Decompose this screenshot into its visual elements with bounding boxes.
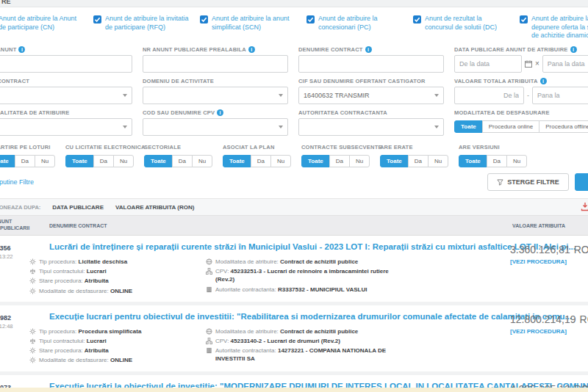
toggle-procedura-online[interactable]: Procedura online [482,120,539,133]
checkbox-atribuire-cn[interactable]: Anunt de atribuire la Anunt de participa… [0,15,93,40]
filter-label: IMPARTIRE PE LOTURI [0,144,51,150]
vezi-procedura-link[interactable]: [VEZI PROCEDURA] [510,328,588,335]
info-icon[interactable] [217,109,223,116]
clear-date-icon[interactable]: × [535,60,539,68]
building-icon [206,286,212,293]
less-filters-link[interactable]: Mai putine Filtre [0,178,34,186]
toggle-nu[interactable]: Nu [192,155,212,167]
toggle-da[interactable]: Da [172,155,193,167]
toggle-toate[interactable]: Toate [459,155,487,167]
cod-cpv-select[interactable] [143,118,288,136]
checkbox-atribuire-rfq[interactable]: Anunt de atribuire la invitatia de parti… [93,15,200,40]
toggle-toate[interactable]: Toate [223,155,251,167]
domeniu-activitate-select[interactable] [143,87,288,104]
toggle-contracte-subsecvente: CONTRACTE SUBSECVENTE ToateDaNu [301,144,380,167]
sort-option-data-publicare[interactable]: DATA PUBLICARE [52,204,104,211]
checkbox-rezultat-dc[interactable]: Anunt de rezultat la concursul de soluti… [413,15,520,40]
detail-label: CPV: [215,268,229,275]
scale-icon [29,268,36,275]
toggle-toate[interactable]: Toate [454,120,483,133]
gear-icon [29,357,36,363]
toggle-da[interactable]: Da [15,155,35,167]
detail-value: ONLINE [110,288,132,294]
toggle-licitatie-electronica: CU LICITATIE ELECTRONICA ToateDaNu [65,144,144,167]
detail-label: Tipul contractului: [39,268,85,275]
contract-title-link[interactable]: Execuție lucrari pentru obiectivul de in… [49,312,588,321]
toggle-da[interactable]: Da [329,155,350,167]
toggle-nu[interactable]: Nu [113,155,134,167]
toggle-toate[interactable]: Toate [144,155,173,167]
checkbox-checked-icon[interactable] [306,15,315,23]
column-header-denumire-contract: DENUMIRE CONTRACT [49,223,107,228]
info-icon[interactable] [540,78,547,84]
detail-value: R3337532 - MUNICIPIUL VASLUI [278,286,368,293]
filter-label: NR ANUNT [0,46,16,53]
detail-value: Contract de achizitii publice [280,328,358,335]
top-header-bar: RE [0,0,588,7]
filter-label: ASOCIAT LA PLAN [223,144,275,150]
detail-label: CPV: [215,338,229,344]
nr-anunt-publicare-input[interactable] [143,55,288,73]
date-from-input[interactable] [454,55,522,73]
contract-title-link[interactable]: Lucrări de întreținere și reparații cure… [49,242,588,251]
checkbox-checked-icon[interactable] [520,15,528,23]
valoare-from-input[interactable] [454,87,524,104]
info-icon[interactable] [18,46,25,53]
toggle-toate[interactable]: Toate [65,155,94,167]
checkbox-atribuire-pc[interactable]: Anunt de atribuire la concesionari (PC) [306,15,413,40]
toggle-toate[interactable]: Toate [301,155,330,167]
detail-value: Licitatie deschisa [79,258,128,265]
checkbox-label: Anunt de atribuire la concesionari (PC) [318,15,403,32]
toggle-nu[interactable]: Nu [35,155,55,167]
filter-nr-anunt: NR ANUNT [0,46,143,73]
detail-value: Atribuita [85,347,109,354]
toggle-da[interactable]: Da [408,155,429,167]
currency-label: RON [574,244,588,255]
cif-ofertant-select[interactable]: 16400632 TRANSMIR [298,87,444,104]
filter-domeniu-activitate: DOMENIU DE ACTIVITATE [143,78,298,104]
modalitatea-atribuire-select[interactable] [0,118,132,136]
sort-option-valoare[interactable]: VALOARE ATRIBUITA (RON) [115,204,194,211]
apply-filters-button[interactable]: FILTREAZA [575,173,588,191]
checkbox-checked-icon[interactable] [413,15,421,23]
denumire-contract-input[interactable] [298,55,444,73]
column-header-nr-anunt: NR ANUNT [0,219,49,225]
calendar-icon[interactable] [525,60,532,68]
gear-icon [29,288,36,294]
toggle-are-versiuni: ARE VERSIUNI ToateDaNu [459,144,537,167]
checkbox-label: Anunt de rezultat la concursul de soluti… [425,15,509,32]
sitemap-icon [206,268,212,275]
detail-label: Autoritate contractanta: [215,347,276,354]
nr-anunt-input[interactable] [0,55,132,73]
info-icon[interactable] [248,46,255,53]
toggle-toate[interactable]: Toate [380,155,409,167]
toggle-nu[interactable]: Nu [349,155,370,167]
toggle-da[interactable]: Da [251,155,271,167]
info-icon[interactable] [570,46,577,53]
checkbox-atribuire-rfda[interactable]: Anunt de atribuire la invitatia depunere… [520,15,588,40]
toggle-da[interactable]: Da [93,155,114,167]
filter-label: COD SAU DENUMIRE CPV [143,109,215,116]
autoritatea-contractanta-select[interactable] [298,118,444,136]
toggle-da[interactable]: Da [487,155,507,167]
toggle-asociat-plan: ASOCIAT LA PLAN ToateDaNu [223,144,301,167]
info-icon[interactable] [365,46,372,53]
toggle-toate[interactable]: Toate [0,155,15,167]
clear-filters-button[interactable]: STERGE FILTRE [487,173,568,191]
checkbox-checked-icon[interactable] [200,15,208,23]
filter-label: MODALITATEA DE ATRIBUIRE [0,109,70,116]
detail-label: Modalitate de desfasurare: [39,288,109,294]
export-icon[interactable] [581,202,588,211]
checkbox-atribuire-scn[interactable]: Anunt de atribuire la anunt simplificat … [200,15,306,40]
valoare-to-input[interactable] [532,87,588,104]
checkbox-label: Anunt de atribuire la invitatia de parti… [105,15,190,32]
checkbox-checked-icon[interactable] [93,15,101,23]
tip-contract-select[interactable] [0,87,132,104]
notice-type-checkbox-row: Anunt de atribuire la Anunt de participa… [0,7,588,42]
date-to-input[interactable] [542,55,588,73]
toggle-nu[interactable]: Nu [506,155,527,167]
toggle-nu[interactable]: Nu [270,155,291,167]
toggle-procedura-offline[interactable]: Procedura offline [539,120,588,133]
toggle-nu[interactable]: Nu [428,155,448,167]
vezi-procedura-link[interactable]: [VEZI PROCEDURA] [510,258,588,265]
